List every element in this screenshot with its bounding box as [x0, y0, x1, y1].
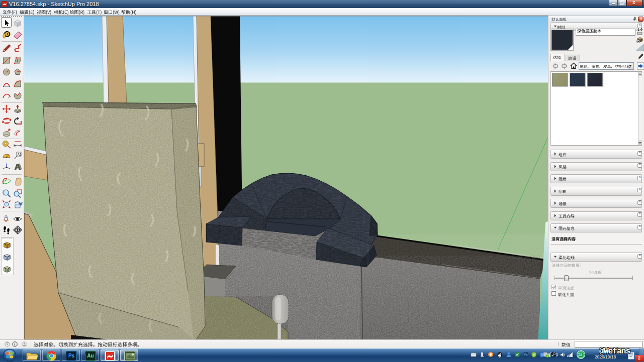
svg-text:@Wefans: @Wefans [599, 346, 630, 356]
svg-text:A1: A1 [18, 153, 22, 156]
svg-text:28: 28 [578, 353, 582, 356]
svg-text:Ps: Ps [524, 353, 528, 356]
